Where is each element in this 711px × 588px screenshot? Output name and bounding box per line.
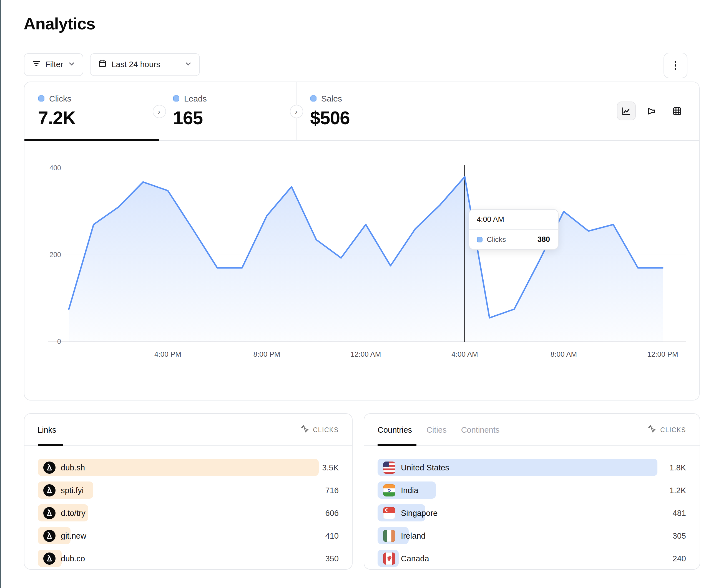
list-item[interactable]: United States1.8K <box>378 459 686 476</box>
cursor-click-icon <box>648 425 656 434</box>
funnel-chart-icon[interactable] <box>642 101 661 120</box>
kebab-menu-icon <box>675 61 676 70</box>
bar-area: spti.fyi <box>38 481 319 499</box>
analytics-chart-card: Clicks 7.2K Leads 165 Sales $506 › <box>24 82 699 401</box>
list-item[interactable]: Singapore481 <box>378 504 686 521</box>
tab-leads[interactable]: Leads 165 <box>159 82 296 140</box>
item-value: 1.8K <box>658 463 686 472</box>
window-edge-strip <box>0 0 1 588</box>
expand-clicks-chevron-button[interactable]: › <box>152 105 166 118</box>
filter-button[interactable]: Filter <box>24 53 83 76</box>
tooltip-series-label: Clicks <box>487 235 533 244</box>
chart-tooltip: 4:00 AM Clicks 380 <box>468 209 558 250</box>
item-value: 716 <box>319 485 339 495</box>
list-item[interactable]: d.to/try606 <box>38 504 339 521</box>
tab-links[interactable]: Links <box>38 425 56 434</box>
dub-logo-icon <box>43 529 55 542</box>
svg-text:8:00 AM: 8:00 AM <box>550 350 577 358</box>
countries-metric-header[interactable]: CLICKS <box>648 425 686 434</box>
date-range-label: Last 24 hours <box>111 60 180 69</box>
tab-cities[interactable]: Cities <box>427 425 447 434</box>
chevron-down-icon <box>68 60 75 69</box>
leads-legend-square-icon <box>173 95 179 101</box>
svg-text:0: 0 <box>57 338 61 345</box>
svg-text:4:00 PM: 4:00 PM <box>154 350 181 358</box>
bar-area: git.new <box>38 527 319 544</box>
links-metric-header[interactable]: CLICKS <box>301 425 339 434</box>
sales-legend-square-icon <box>310 95 316 101</box>
stats-tabstrip: Clicks 7.2K Leads 165 Sales $506 › <box>24 82 699 141</box>
item-value: 305 <box>658 531 686 540</box>
flag-in-icon <box>383 484 395 496</box>
item-name: India <box>401 485 418 495</box>
item-value: 606 <box>319 508 339 517</box>
item-value: 350 <box>319 554 339 563</box>
flag-ie-icon <box>383 529 395 542</box>
item-name: spti.fyi <box>61 485 84 495</box>
tooltip-legend-square-icon <box>477 236 482 242</box>
svg-text:12:00 PM: 12:00 PM <box>647 350 678 358</box>
item-name: dub.sh <box>61 463 85 472</box>
item-value: 3.5K <box>319 463 339 472</box>
stat-label: Clicks <box>49 94 71 103</box>
flag-sg-icon <box>383 507 395 519</box>
analytics-page: Analytics Filter Last 24 hours <box>0 0 711 588</box>
list-item[interactable]: spti.fyi716 <box>38 481 339 499</box>
item-name: Singapore <box>401 508 437 517</box>
tab-continents[interactable]: Continents <box>461 425 500 434</box>
clicks-legend-square-icon <box>38 95 44 101</box>
toolbar: Filter Last 24 hours <box>24 53 687 76</box>
dub-logo-icon <box>43 507 55 519</box>
dub-logo-icon <box>43 484 55 496</box>
countries-panel: Countries Cities Continents CLICKS Unite… <box>364 413 700 570</box>
more-options-button[interactable] <box>664 53 687 78</box>
item-name: d.to/try <box>61 508 86 517</box>
expand-leads-chevron-button[interactable]: › <box>289 105 303 118</box>
clicks-area-chart[interactable]: 02004004:00 PM8:00 PM12:00 AM4:00 AM8:00… <box>24 140 699 400</box>
item-name: dub.co <box>61 554 85 563</box>
bar-area: United States <box>378 459 658 476</box>
stat-value: 7.2K <box>38 108 158 129</box>
tab-clicks[interactable]: Clicks 7.2K <box>24 82 159 140</box>
svg-text:400: 400 <box>49 164 61 172</box>
filter-icon <box>32 59 40 69</box>
list-item[interactable]: Ireland305 <box>378 527 686 544</box>
calendar-icon <box>98 59 106 69</box>
list-item[interactable]: git.new410 <box>38 527 339 544</box>
item-name: United States <box>401 463 449 472</box>
svg-text:200: 200 <box>49 251 61 258</box>
table-grid-icon[interactable] <box>668 101 687 120</box>
countries-active-tab-underline <box>378 444 416 446</box>
stat-value: 165 <box>173 108 296 129</box>
bar-area: dub.co <box>38 550 319 567</box>
bar-area: Ireland <box>378 527 658 544</box>
list-item[interactable]: dub.sh3.5K <box>38 459 339 476</box>
list-item[interactable]: dub.co350 <box>38 550 339 567</box>
item-value: 1.2K <box>658 485 686 495</box>
bar-area: d.to/try <box>38 504 319 521</box>
tooltip-time: 4:00 AM <box>469 210 558 230</box>
bar-area: Singapore <box>378 504 658 521</box>
list-item[interactable]: India1.2K <box>378 481 686 499</box>
item-name: Ireland <box>401 531 426 540</box>
line-chart-icon[interactable] <box>617 101 635 120</box>
item-name: Canada <box>401 554 429 563</box>
chart-canvas: 02004004:00 PM8:00 PM12:00 AM4:00 AM8:00… <box>24 140 699 400</box>
stat-label: Sales <box>321 94 342 103</box>
tab-countries[interactable]: Countries <box>378 425 412 434</box>
links-panel: Links CLICKS dub.sh3.5Kspti.fyi716d.to/t… <box>24 413 352 570</box>
svg-text:4:00 AM: 4:00 AM <box>451 350 477 358</box>
bar-area: dub.sh <box>38 459 319 476</box>
page-title: Analytics <box>24 15 699 33</box>
list-item[interactable]: Canada240 <box>378 550 686 567</box>
date-range-button[interactable]: Last 24 hours <box>90 53 200 76</box>
dub-logo-icon <box>43 461 55 473</box>
item-name: git.new <box>61 531 86 540</box>
active-tab-underline <box>24 139 159 141</box>
flag-ca-icon <box>383 552 395 564</box>
item-value: 410 <box>319 531 339 540</box>
chart-view-toggle <box>617 101 687 120</box>
svg-text:12:00 AM: 12:00 AM <box>350 350 381 358</box>
item-value: 240 <box>658 554 686 563</box>
links-active-tab-underline <box>38 444 63 446</box>
